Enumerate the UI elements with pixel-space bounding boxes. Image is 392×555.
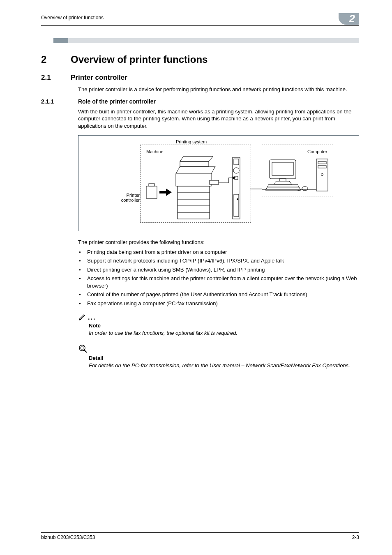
section-intro: The printer controller is a device for p… [78,86,359,93]
list-item: Fax operations using a computer (PC-fax … [78,300,359,307]
note-icon [78,313,86,322]
functions-intro: The printer controller provides the foll… [78,239,359,246]
running-head: Overview of printer functions [41,13,104,21]
svg-marker-2 [159,189,172,196]
section-title: 2.1Printer controller [41,74,359,82]
detail-text: For details on the PC-fax transmission, … [89,362,359,369]
chapter-number-badge: 2 [339,13,359,25]
subsection-number: 2.1.1 [41,98,78,105]
detail-heading: Detail [89,355,359,361]
svg-point-31 [81,346,84,350]
note-text: In order to use the fax functions, the o… [89,329,359,337]
chapter-title: 2Overview of printer functions [41,54,359,65]
machine-drawing [141,145,251,223]
section-number: 2.1 [41,74,71,82]
accent-bar [53,38,359,43]
list-item: Access to settings for this machine and … [78,275,359,289]
svg-rect-20 [279,179,286,181]
printing-system-group: Printing system Machine Printer controll… [140,145,251,223]
list-item: Control of the number of pages printed (… [78,291,359,298]
svg-rect-1 [149,184,154,186]
computer-group: Computer [262,145,333,196]
magnifier-icon [78,344,88,355]
footer-product: bizhub C203/C253/C353 [41,534,95,540]
page-footer: bizhub C203/C253/C353 2-3 [41,532,359,540]
function-list: Printing data being sent from a printer … [78,249,359,307]
footer-page-number: 2-3 [352,534,359,540]
note-heading: Note [89,322,359,329]
section-title-text: Printer controller [71,74,127,81]
chapter-number: 2 [41,54,71,65]
chapter-title-text: Overview of printer functions [71,54,208,65]
subsection-intro: With the built-in printer controller, th… [78,108,359,130]
list-item: Direct printing over a network using SMB… [78,266,359,274]
svg-line-32 [84,350,87,352]
subsection-title-text: Role of the printer controller [78,98,156,105]
printer-controller-label: Printer controller [108,193,140,203]
list-item: Support of network protocols including T… [78,257,359,265]
svg-point-23 [302,187,308,191]
svg-rect-0 [146,186,157,198]
svg-rect-8 [176,174,211,186]
svg-point-16 [237,198,238,200]
detail-block: Detail For details on the PC-fax transmi… [78,344,359,369]
note-block: ... Note In order to use the fax functio… [78,313,359,337]
page-header: Overview of printer functions 2 [41,13,359,26]
subsection-title: 2.1.1Role of the printer controller [41,98,359,105]
svg-rect-9 [180,161,209,166]
list-item: Printing data being sent from a printer … [78,249,359,256]
ellipsis-icon: ... [88,314,96,321]
system-diagram: Printing system Machine Printer controll… [78,135,359,231]
svg-point-30 [79,345,85,351]
computer-drawing [262,145,334,197]
svg-rect-3 [178,186,210,219]
svg-rect-19 [272,162,293,175]
svg-rect-10 [210,180,219,184]
printing-system-label: Printing system [176,139,207,144]
